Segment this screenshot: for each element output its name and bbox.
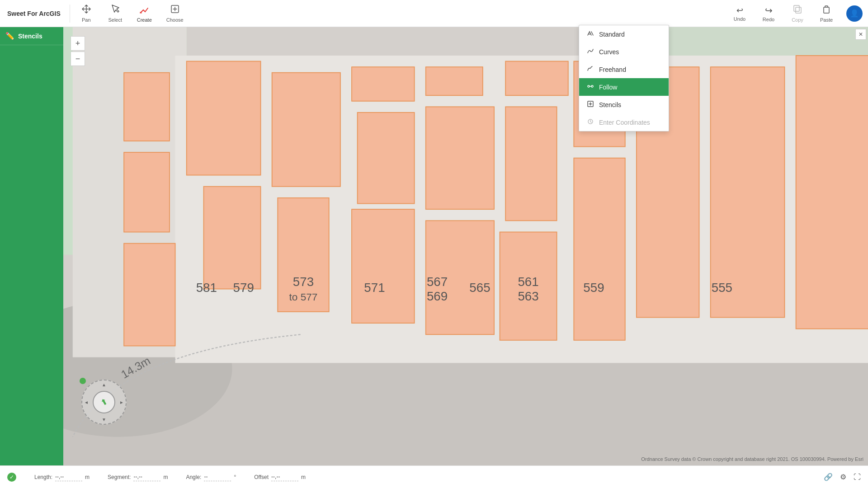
offset-unit: m — [301, 474, 306, 480]
map-area[interactable]: 581 579 573 to 577 571 567 569 565 561 5… — [63, 27, 868, 465]
segment-group: Segment: --,-- m — [108, 473, 168, 481]
angle-group: Angle: -- ° — [186, 473, 236, 481]
svg-rect-16 — [204, 187, 261, 289]
compass-inner: ⬆ — [93, 391, 115, 413]
offset-group: Offset --,-- m — [254, 473, 306, 481]
compass-arrow: ⬆ — [99, 396, 109, 408]
settings-icon[interactable]: ⚙ — [840, 473, 846, 481]
svg-rect-23 — [426, 107, 494, 209]
dropdown-item-follow[interactable]: Follow — [579, 78, 669, 96]
create-label: Create — [137, 17, 152, 23]
app-title: Sweet For ArcGIS — [0, 10, 68, 17]
svg-rect-29 — [574, 158, 625, 340]
copy-icon — [793, 4, 802, 16]
svg-text:561: 561 — [518, 275, 538, 289]
svg-rect-3 — [794, 5, 799, 11]
redo-icon: ↪ — [765, 5, 773, 16]
svg-text:565: 565 — [469, 281, 490, 295]
svg-text:555: 555 — [712, 281, 732, 295]
expand-icon[interactable]: ⛶ — [854, 473, 861, 481]
segment-value[interactable]: --,-- — [133, 473, 160, 481]
dropdown-item-curves[interactable]: Curves — [579, 43, 669, 61]
dropdown-standard-label: Standard — [599, 31, 625, 38]
svg-rect-0 — [140, 12, 142, 14]
compass-tick-w: ◄ — [84, 400, 89, 405]
select-icon — [110, 4, 120, 16]
select-button[interactable]: Select — [101, 0, 130, 27]
stencils-panel-header: ✏️ Stencils — [0, 27, 63, 45]
dropdown-item-stencils[interactable]: Stencils — [579, 96, 669, 113]
offset-label: Offset — [254, 474, 269, 480]
svg-rect-22 — [426, 67, 483, 95]
map-close-button[interactable]: ✕ — [855, 29, 866, 40]
enter-coordinates-icon — [586, 118, 594, 127]
pan-label: Pan — [82, 17, 91, 23]
user-avatar[interactable]: 👤 — [846, 5, 863, 22]
user-avatar-icon: 👤 — [850, 9, 859, 18]
follow-icon — [586, 83, 594, 91]
svg-rect-25 — [505, 61, 568, 96]
create-dropdown-menu: Standard Curves Freehand Follow — [579, 25, 669, 131]
undo-button[interactable]: ↩ Undo — [725, 0, 754, 27]
compass-dot — [80, 378, 86, 384]
segment-label: Segment: — [108, 474, 131, 480]
dropdown-follow-label: Follow — [599, 84, 617, 91]
status-bar-right: 🔗 ⚙ ⛶ — [824, 473, 861, 481]
svg-rect-12 — [124, 73, 170, 141]
standard-icon — [586, 30, 594, 38]
curves-icon — [586, 47, 594, 56]
compass-tick-s: ▼ — [102, 417, 106, 422]
offset-value[interactable]: --,-- — [271, 473, 298, 481]
zoom-in-button[interactable]: + — [71, 36, 85, 51]
link-icon[interactable]: 🔗 — [824, 473, 833, 481]
svg-rect-2 — [796, 7, 801, 13]
svg-text:563: 563 — [518, 289, 538, 303]
choose-button[interactable]: Choose — [159, 0, 191, 27]
svg-rect-26 — [505, 107, 557, 221]
stencils-header-label: Stencils — [18, 33, 42, 40]
create-icon — [139, 4, 149, 16]
redo-label: Redo — [763, 17, 774, 22]
dropdown-freehand-label: Freehand — [599, 66, 626, 73]
paste-button[interactable]: Paste — [812, 0, 841, 27]
choose-label: Choose — [166, 17, 184, 23]
svg-text:581: 581 — [196, 281, 217, 295]
create-button[interactable]: Create — [130, 0, 159, 27]
compass-tick-n: ▲ — [102, 382, 106, 387]
dropdown-stencils-label: Stencils — [599, 101, 621, 108]
svg-text:559: 559 — [583, 281, 604, 295]
toolbar-divider-1 — [70, 5, 70, 23]
dropdown-item-enter-coordinates: Enter Coordinates — [579, 113, 669, 131]
dropdown-enter-coordinates-label: Enter Coordinates — [599, 119, 650, 126]
dropdown-curves-label: Curves — [599, 48, 619, 56]
pan-button[interactable]: Pan — [72, 0, 101, 27]
svg-text:to 577: to 577 — [289, 291, 317, 303]
dropdown-item-standard[interactable]: Standard — [579, 25, 669, 43]
svg-rect-17 — [272, 73, 340, 187]
copy-button[interactable]: Copy — [783, 0, 812, 27]
angle-value[interactable]: -- — [204, 473, 231, 481]
length-unit: m — [85, 474, 90, 480]
redo-button[interactable]: ↪ Redo — [754, 0, 783, 27]
length-value[interactable]: --,-- — [55, 473, 82, 481]
paste-icon — [821, 4, 831, 16]
copy-label: Copy — [792, 17, 803, 23]
dropdown-item-freehand[interactable]: Freehand — [579, 61, 669, 78]
status-bar: ✓ Length: --,-- m Segment: --,-- m Angle… — [0, 465, 868, 488]
compass-circle: ▲ ▼ ◄ ► ⬆ — [81, 380, 127, 425]
svg-rect-21 — [352, 209, 415, 323]
status-check-icon: ✓ — [7, 473, 16, 482]
toolbar: Sweet For ArcGIS Pan Select Create — [0, 0, 868, 27]
svg-text:573: 573 — [293, 275, 314, 289]
choose-icon — [170, 4, 180, 16]
freehand-icon — [586, 65, 594, 74]
svg-text:579: 579 — [233, 281, 254, 295]
svg-text:567: 567 — [427, 275, 448, 289]
compass[interactable]: ▲ ▼ ◄ ► ⬆ — [81, 380, 127, 425]
stencils-header-icon: ✏️ — [5, 32, 14, 40]
angle-label: Angle: — [186, 474, 201, 480]
zoom-out-button[interactable]: − — [71, 52, 85, 66]
map-svg: 581 579 573 to 577 571 567 569 565 561 5… — [63, 27, 868, 465]
length-label: Length: — [34, 474, 52, 480]
angle-unit: ° — [234, 474, 236, 480]
